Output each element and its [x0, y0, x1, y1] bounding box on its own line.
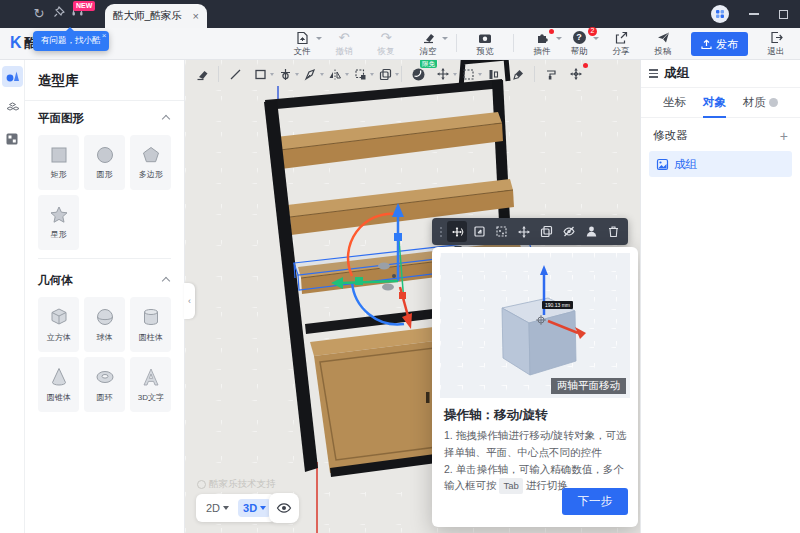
gizmo-red-dot — [583, 63, 588, 68]
titlebar: ↻ NEW 酷大师_酷家乐 × — [0, 0, 800, 28]
move-object-button[interactable] — [514, 221, 534, 242]
plugin-button[interactable]: 插件 — [528, 30, 556, 58]
shape-card-rectangle[interactable]: 矩形 — [38, 135, 79, 190]
fill-tool-button[interactable] — [193, 65, 211, 83]
undo-button[interactable]: ↶ 撤销 — [330, 30, 358, 58]
material-tool-button[interactable]: 限免 — [409, 65, 427, 83]
puzzle-icon — [535, 30, 549, 45]
view-2d-button[interactable]: 2D — [201, 499, 234, 517]
shape-card-cylinder[interactable]: 圆柱体 — [130, 297, 171, 352]
tab-coordinates[interactable]: 坐标 — [663, 88, 686, 118]
scale-tool-button[interactable] — [469, 221, 489, 242]
visibility-button[interactable] — [269, 493, 299, 523]
3d-viewport[interactable]: 限免 — [185, 60, 640, 533]
shape-label: 星形 — [50, 229, 66, 240]
logout-icon — [770, 30, 783, 45]
move-tool-button[interactable] — [434, 65, 452, 83]
help-icon: ? — [573, 30, 586, 45]
undo-label: 撤销 — [336, 46, 353, 58]
tutorial-step-1: 1. 拖拽操作轴进行移动/旋转对象，可选择单轴、平面、中心点不同的控件 — [444, 427, 628, 461]
gizmo-settings-button[interactable] — [567, 65, 585, 83]
publish-button[interactable]: 发布 — [691, 32, 748, 56]
tab-label: 对象 — [703, 95, 726, 110]
format-brush-button[interactable] — [542, 65, 560, 83]
user-avatar[interactable] — [711, 5, 729, 23]
window-minimize-button[interactable] — [749, 13, 759, 15]
chevron-up-icon[interactable] — [162, 276, 170, 284]
plugin-caret-icon — [556, 37, 562, 40]
hide-object-button[interactable] — [559, 221, 579, 242]
section-tool-button[interactable] — [351, 65, 369, 83]
shape-card-cube[interactable]: 立方体 — [38, 297, 79, 352]
sidebar-item-shape-library[interactable] — [2, 66, 23, 87]
watermark-text: 酷家乐技术支持 — [209, 478, 276, 491]
tab-material[interactable]: 材质 — [743, 88, 778, 118]
sidebar-item-models[interactable] — [2, 97, 23, 118]
tutorial-title: 操作轴：移动/旋转 — [444, 407, 547, 424]
next-step-button[interactable]: 下一步 — [562, 488, 629, 515]
line-tool-button[interactable] — [226, 65, 244, 83]
rectangle-tool-button[interactable] — [251, 65, 269, 83]
file-menu-button[interactable]: 文件 — [288, 30, 316, 58]
smart-select-tool-button[interactable] — [492, 221, 512, 242]
browser-tab[interactable]: 酷大师_酷家乐 × — [105, 4, 207, 28]
sidebar-item-components[interactable] — [2, 128, 23, 149]
plugin-label: 插件 — [534, 46, 551, 58]
refresh-icon[interactable]: ↻ — [30, 5, 48, 23]
pin-icon[interactable] — [50, 5, 68, 23]
tab-label: 坐标 — [663, 95, 686, 110]
shape-card-cone[interactable]: 圆锥体 — [38, 357, 79, 412]
marquee-select-button[interactable] — [459, 65, 477, 83]
shape-label: 球体 — [96, 332, 112, 343]
panel-collapse-handle[interactable]: ‹ — [184, 283, 195, 319]
share-button[interactable]: 分享 — [607, 30, 635, 58]
watermark: 酷家乐技术支持 — [197, 478, 276, 491]
group-list-item[interactable]: 成组 — [649, 151, 792, 177]
shape-card-sphere[interactable]: 球体 — [84, 297, 125, 352]
shape-label: 矩形 — [50, 169, 66, 180]
chevron-up-icon[interactable] — [162, 114, 170, 122]
tutorial-caption: 两轴平面移动 — [551, 378, 626, 394]
help-label: 帮助 — [571, 46, 588, 58]
drag-handle-icon[interactable] — [440, 227, 442, 237]
list-icon — [649, 69, 658, 78]
assistant-tooltip[interactable]: 有问题，找小酷 × — [33, 31, 109, 51]
shape-card-polygon[interactable]: 多边形 — [130, 135, 171, 190]
plugin-red-dot — [549, 29, 554, 34]
member-feature-button[interactable] — [581, 221, 601, 242]
shape-card-star[interactable]: 星形 — [38, 195, 79, 250]
move-rotate-tool-button[interactable] — [447, 221, 467, 242]
add-modifier-button[interactable]: + — [780, 130, 788, 142]
submit-button[interactable]: 投稿 — [649, 30, 677, 58]
delete-object-button[interactable] — [604, 221, 624, 242]
tab-close-icon[interactable]: × — [193, 10, 199, 22]
3d-text-icon — [140, 366, 162, 388]
shape-label: 圆环 — [96, 392, 112, 403]
measure-label: 190.13 mm — [542, 301, 573, 309]
array-copy-tool-button[interactable] — [376, 65, 394, 83]
view-3d-button[interactable]: 3D — [238, 499, 271, 517]
align-tool-button[interactable] — [484, 65, 502, 83]
copy-object-button[interactable] — [537, 221, 557, 242]
tab-object[interactable]: 对象 — [703, 88, 726, 118]
assistant-tooltip-close-icon[interactable]: × — [102, 31, 107, 40]
clear-button[interactable]: 清空 — [414, 30, 442, 58]
shape-card-torus[interactable]: 圆环 — [84, 357, 125, 412]
shape-card-3d-text[interactable]: 3D文字 — [130, 357, 171, 412]
window-maximize-button[interactable] — [779, 10, 788, 19]
axis-tool-button[interactable] — [276, 65, 294, 83]
gizmo-plane-handle — [382, 284, 394, 291]
clear-caret-icon — [442, 37, 448, 40]
left-icon-strip — [0, 60, 25, 533]
torus-icon — [94, 366, 116, 388]
shape-card-circle[interactable]: 圆形 — [84, 135, 125, 190]
help-button[interactable]: ? 2 帮助 — [565, 30, 593, 58]
pen-tool-button[interactable] — [301, 65, 319, 83]
preview-button[interactable]: 预览 — [471, 30, 499, 58]
redo-button[interactable]: ↷ 恢复 — [372, 30, 400, 58]
shape-label: 立方体 — [46, 332, 70, 343]
exit-button[interactable]: 退出 — [762, 30, 790, 58]
brush-tool-button[interactable] — [509, 65, 527, 83]
paper-plane-icon — [657, 30, 670, 45]
mirror-tool-button[interactable] — [326, 65, 344, 83]
